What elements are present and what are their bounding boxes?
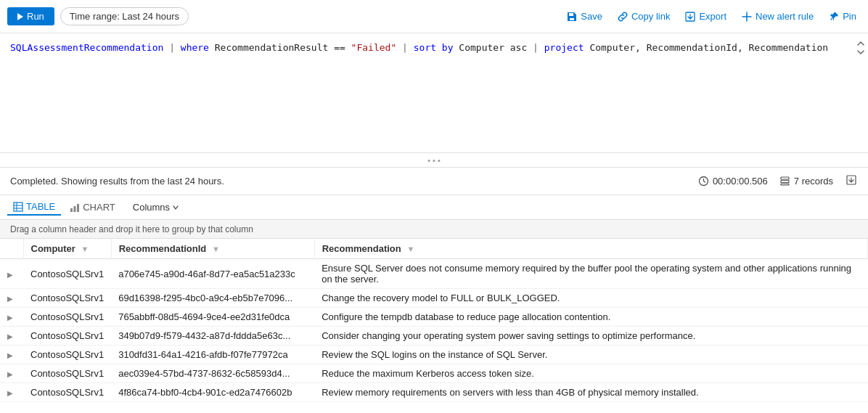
toolbar: Run Time range: Last 24 hours Save Copy …: [0, 0, 868, 33]
clock-icon: [698, 176, 709, 187]
expand-icon-2[interactable]: ▶: [7, 314, 13, 322]
view-tabs: TABLE CHART Columns: [0, 195, 868, 220]
table-row[interactable]: ▶ ContosoSQLSrv1 4f86ca74-bbf0-4cb4-901c…: [0, 383, 868, 402]
new-alert-rule-label: New alert rule: [756, 11, 814, 22]
svg-rect-2: [781, 177, 789, 179]
cell-computer-3: ContosoSQLSrv1: [23, 327, 111, 345]
cell-recommendation-6: Review memory requirements on servers wi…: [314, 383, 867, 402]
expand-icon-0[interactable]: ▶: [7, 271, 13, 279]
th-recommendation-label: Recommendation: [322, 243, 401, 254]
query-project-fields: Computer, RecommendationId, Recommendati…: [584, 42, 829, 53]
cell-recommendation-5: Reduce the maximum Kerberos access token…: [314, 364, 867, 383]
query-sort-field: Computer asc: [454, 42, 533, 53]
chart-icon: [70, 203, 80, 213]
table-row[interactable]: ▶ ContosoSQLSrv1 765abbff-08d5-4694-9ce4…: [0, 308, 868, 327]
expand-icon-3[interactable]: ▶: [7, 332, 13, 340]
row-expand-3[interactable]: ▶: [0, 327, 23, 345]
status-bar: Completed. Showing results from the last…: [0, 168, 868, 195]
time-range-button[interactable]: Time range: Last 24 hours: [60, 7, 189, 25]
recid-filter-icon[interactable]: ▼: [212, 245, 220, 253]
export-icon: [684, 11, 696, 23]
editor-scrollbar[interactable]: [856, 39, 865, 57]
run-button[interactable]: Run: [7, 7, 54, 25]
table-body: ▶ ContosoSQLSrv1 a706e745-a90d-46af-8d77…: [0, 259, 868, 402]
pin-button[interactable]: Pin: [824, 8, 861, 25]
query-sort: sort by: [414, 42, 454, 53]
cell-recid-3: 349b07d9-f579-4432-a87d-fddda5e63c...: [111, 327, 314, 345]
th-computer[interactable]: Computer ▼: [23, 239, 111, 259]
save-icon: [566, 11, 578, 23]
table-row[interactable]: ▶ ContosoSQLSrv1 310dfd31-64a1-4216-afdb…: [0, 345, 868, 364]
records-count-value: 7 records: [794, 176, 833, 187]
cell-recommendation-1: Change the recovery model to FULL or BUL…: [314, 289, 867, 308]
records-icon: [779, 176, 790, 187]
cell-recid-5: aec039e4-57bd-4737-8632-6c58593d4...: [111, 364, 314, 383]
cell-computer-2: ContosoSQLSrv1: [23, 308, 111, 327]
cell-recommendation-0: Ensure SQL Server does not consume memor…: [314, 259, 867, 289]
svg-rect-11: [74, 206, 76, 212]
table-icon: [13, 202, 23, 212]
cell-computer-4: ContosoSQLSrv1: [23, 345, 111, 364]
query-pipe3: |: [533, 42, 544, 53]
collapse-dots: • • •: [427, 156, 441, 165]
save-button[interactable]: Save: [562, 8, 607, 25]
row-expand-1[interactable]: ▶: [0, 289, 23, 308]
pin-label: Pin: [843, 11, 856, 22]
query-editor[interactable]: SQLAssessmentRecommendation | where Reco…: [0, 33, 868, 153]
row-expand-5[interactable]: ▶: [0, 364, 23, 383]
execution-time: 00:00:00.506: [698, 176, 768, 187]
row-expand-0[interactable]: ▶: [0, 259, 23, 289]
drag-hint: Drag a column header and drop it here to…: [0, 220, 868, 239]
play-icon: [17, 13, 23, 20]
th-recommendation[interactable]: Recommendation ▼: [314, 239, 867, 259]
row-expand-6[interactable]: ▶: [0, 383, 23, 402]
computer-filter-icon[interactable]: ▼: [81, 245, 89, 253]
time-range-label: Time range: Last 24 hours: [70, 11, 179, 22]
query-value: "Failed": [345, 42, 396, 53]
cell-recommendation-3: Consider changing your operating system …: [314, 327, 867, 345]
svg-rect-3: [781, 181, 789, 183]
chevron-up-icon: [856, 39, 865, 48]
copy-link-button[interactable]: Copy link: [613, 8, 674, 25]
expand-icon-5[interactable]: ▶: [7, 370, 13, 378]
results-table-wrapper[interactable]: Computer ▼ RecommendationId ▼ Recommenda…: [0, 239, 868, 402]
tab-table[interactable]: TABLE: [7, 199, 61, 216]
table-row[interactable]: ▶ ContosoSQLSrv1 349b07d9-f579-4432-a87d…: [0, 327, 868, 345]
cell-computer-6: ContosoSQLSrv1: [23, 383, 111, 402]
table-row[interactable]: ▶ ContosoSQLSrv1 69d16398-f295-4bc0-a9c4…: [0, 289, 868, 308]
svg-rect-4: [781, 184, 789, 185]
status-message: Completed. Showing results from the last…: [10, 176, 698, 187]
cell-recommendation-4: Review the SQL logins on the instance of…: [314, 345, 867, 364]
th-recid[interactable]: RecommendationId ▼: [111, 239, 314, 259]
new-alert-icon: [741, 11, 753, 23]
row-expand-2[interactable]: ▶: [0, 308, 23, 327]
cell-recid-6: 4f86ca74-bbf0-4cb4-901c-ed2a7476602b: [111, 383, 314, 402]
th-computer-label: Computer: [31, 243, 75, 254]
export-results-button[interactable]: [845, 173, 858, 189]
records-count: 7 records: [779, 176, 833, 187]
expand-icon-1[interactable]: ▶: [7, 295, 13, 303]
export-label: Export: [699, 11, 726, 22]
export-button[interactable]: Export: [680, 8, 731, 25]
th-recid-label: RecommendationId: [119, 243, 207, 254]
run-label: Run: [27, 11, 44, 22]
columns-button[interactable]: Columns: [127, 200, 185, 215]
expand-icon-6[interactable]: ▶: [7, 389, 13, 397]
new-alert-rule-button[interactable]: New alert rule: [737, 8, 818, 25]
row-expand-4[interactable]: ▶: [0, 345, 23, 364]
cell-recid-4: 310dfd31-64a1-4216-afdb-f07fe77972ca: [111, 345, 314, 364]
tab-chart[interactable]: CHART: [64, 200, 121, 215]
download-icon: [846, 175, 856, 185]
table-row[interactable]: ▶ ContosoSQLSrv1 aec039e4-57bd-4737-8632…: [0, 364, 868, 383]
table-row[interactable]: ▶ ContosoSQLSrv1 a706e745-a90d-46af-8d77…: [0, 259, 868, 289]
query-field: RecommendationResult: [209, 42, 334, 53]
expand-icon-4[interactable]: ▶: [7, 351, 13, 359]
cell-computer-0: ContosoSQLSrv1: [23, 259, 111, 289]
table-header-row: Computer ▼ RecommendationId ▼ Recommenda…: [0, 239, 868, 259]
svg-rect-12: [77, 204, 79, 212]
recommendation-filter-icon[interactable]: ▼: [406, 245, 414, 253]
svg-rect-10: [70, 208, 73, 212]
collapse-handle[interactable]: • • •: [0, 153, 868, 168]
tab-chart-label: CHART: [83, 202, 115, 213]
cell-recid-1: 69d16398-f295-4bc0-a9c4-eb5b7e7096...: [111, 289, 314, 308]
